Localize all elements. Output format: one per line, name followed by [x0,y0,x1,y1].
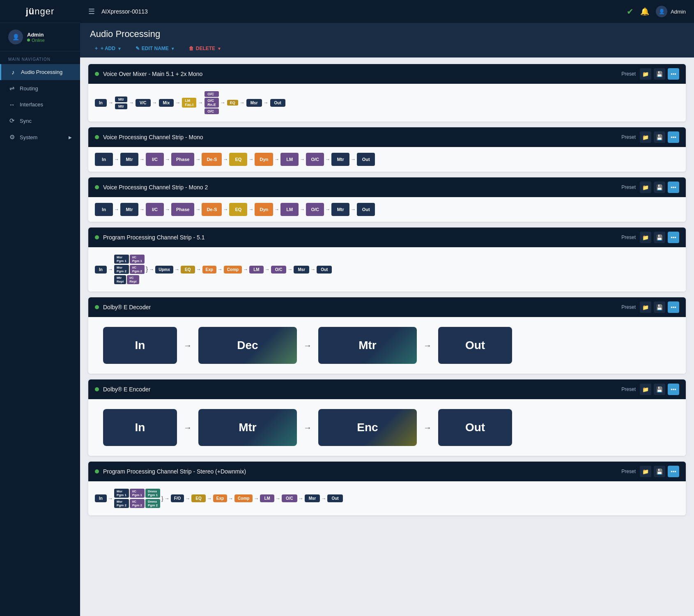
ic-pgm2[interactable]: I/CPgm 2 [130,499,145,508]
in-block[interactable]: In [95,153,113,166]
out-block[interactable]: Out [317,266,332,274]
in-block[interactable]: In [95,494,107,502]
out-block[interactable]: Out [270,99,285,107]
in-block[interactable]: In [95,99,107,107]
fo-block[interactable]: F/O [171,494,184,502]
lm-block[interactable]: LM [280,153,299,166]
save-button[interactable]: 💾 [654,131,665,143]
more-button[interactable]: ••• [668,466,679,477]
folder-button[interactable]: 📁 [640,232,651,243]
lm-block[interactable]: LM [280,203,299,216]
delete-button[interactable]: 🗑 DELETE ▼ [184,44,226,53]
ic-repl[interactable]: I/CRepl [127,275,139,284]
mtr2-block[interactable]: Mtr [331,203,349,216]
mtr-repl[interactable]: MtrRepl [114,275,126,284]
edit-name-button[interactable]: ✎ EDIT NAME ▼ [131,44,180,53]
out-block[interactable]: Out [357,153,375,166]
folder-button[interactable]: 📁 [640,68,651,80]
in-block[interactable]: In [95,203,113,216]
more-button[interactable]: ••• [668,131,679,143]
topbar-user[interactable]: 👤 Admin [656,6,686,17]
save-button[interactable]: 💾 [654,466,665,477]
oc-block[interactable]: O/C [306,203,324,216]
ic-pgm2[interactable]: I/CPgm 2 [130,265,145,274]
menu-icon[interactable]: ☰ [88,7,95,16]
add-button[interactable]: + + ADD ▼ [90,44,126,53]
save-button[interactable]: 💾 [654,384,665,395]
ic-block[interactable]: I/C [146,203,164,216]
save-button[interactable]: 💾 [654,68,665,80]
exp-block[interactable]: Exp [213,494,227,502]
lm-block[interactable]: LM [249,266,263,274]
lm-block[interactable]: LM [260,494,274,502]
mtr-block[interactable]: Mtr [115,97,127,102]
dyn-block[interactable]: Dyn [255,153,273,166]
save-button[interactable]: 💾 [654,182,665,193]
msr-pgm1[interactable]: MsrPgm 1 [114,255,129,264]
dec-block[interactable]: Dec [198,327,297,364]
eq-block[interactable]: EQ [229,203,247,216]
folder-button[interactable]: 📁 [640,182,651,193]
msr-pgm1[interactable]: MsrPgm 1 [114,489,129,498]
oc-block[interactable]: O/C [282,494,297,502]
phase-block[interactable]: Phase [171,153,194,166]
mtr-big-block[interactable]: Mtr [318,327,417,364]
save-button[interactable]: 💾 [654,232,665,243]
sidebar-item-routing[interactable]: ⇌ Routing [0,80,80,97]
oc-block[interactable]: O/C [306,153,324,166]
ic-block[interactable]: I/C [146,153,164,166]
ic-pgm1[interactable]: I/CPgm 1 [130,255,145,264]
sidebar-item-audio-processing[interactable]: ♪ Audio Processing [0,64,80,80]
comp-block[interactable]: Comp [224,266,242,274]
more-button[interactable]: ••• [668,68,679,80]
in-block[interactable]: In [95,266,107,274]
oc-block1[interactable]: O/C [205,91,219,97]
in-big-block[interactable]: In [103,409,177,446]
mtr-big-block[interactable]: Mtr [198,409,297,446]
ic-pgm1[interactable]: I/CPgm 1 [130,489,145,498]
sidebar-item-system[interactable]: ⚙ System ▶ [0,129,80,145]
msr-block[interactable]: Msr [294,266,309,274]
mtr-block[interactable]: Mtr [120,203,138,216]
folder-button[interactable]: 📁 [640,384,651,395]
upmx-block[interactable]: Upmx [155,266,173,274]
exp-block[interactable]: Exp [202,266,216,274]
eq-block[interactable]: EQ [229,153,247,166]
out-big-block[interactable]: Out [438,409,512,446]
msr-block[interactable]: Msr [305,494,320,502]
bell-icon[interactable]: 🔔 [640,7,649,16]
msr-pgm2[interactable]: MsrPgm 2 [114,265,129,274]
sidebar-item-sync[interactable]: ⟳ Sync [0,113,80,129]
msr-pgm2[interactable]: MsrPgm 2 [114,499,129,508]
des-block[interactable]: De-S [202,153,222,166]
more-button[interactable]: ••• [668,182,679,193]
dnmx-pgm2[interactable]: DnmxPgm 2 [145,499,160,508]
in-big-block[interactable]: In [103,327,177,364]
more-button[interactable]: ••• [668,301,679,313]
eq-block[interactable]: EQ [227,100,238,106]
des-block[interactable]: De-S [202,203,222,216]
more-button[interactable]: ••• [668,384,679,395]
phase-block[interactable]: Phase [171,203,194,216]
folder-button[interactable]: 📁 [640,131,651,143]
lm-block[interactable]: LMFac.t [182,98,196,108]
msr-block[interactable]: Msr [246,99,262,107]
oc-block3[interactable]: O/C [205,108,219,114]
save-button[interactable]: 💾 [654,301,665,313]
out-big-block[interactable]: Out [438,327,512,364]
mtr2-block[interactable]: Mtr [331,153,349,166]
comp-block[interactable]: Comp [234,494,253,502]
oc-block2[interactable]: O/CRn.E [205,98,219,108]
folder-button[interactable]: 📁 [640,466,651,477]
more-button[interactable]: ••• [668,232,679,243]
mix-block[interactable]: Mix [159,99,174,107]
out-block[interactable]: Out [327,494,342,502]
enc-block[interactable]: Enc [318,409,417,446]
folder-button[interactable]: 📁 [640,301,651,313]
mtr-block[interactable]: Mtr [115,103,127,109]
dnmx-pgm1[interactable]: DnmxPgm 1 [145,489,160,498]
eq-block[interactable]: EQ [181,266,195,274]
vc-block[interactable]: V/C [136,99,151,107]
oc-block[interactable]: O/C [271,266,287,274]
out-block[interactable]: Out [357,203,375,216]
